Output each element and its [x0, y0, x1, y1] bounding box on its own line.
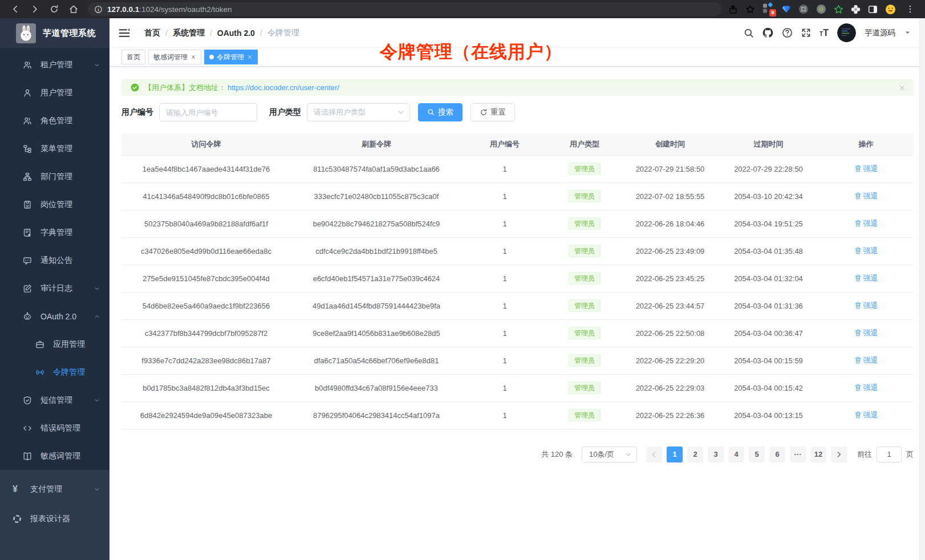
sidebar-item-notice[interactable]: 通知公告	[0, 246, 109, 274]
back-arrow-icon[interactable]	[9, 2, 22, 16]
actions-cell: 强退	[818, 319, 914, 347]
sidebar-item-error-code[interactable]: 错误码管理	[0, 414, 109, 442]
table-row: 502375b8040a469a9b82188afdf6af1fbe90422b…	[121, 210, 914, 237]
page-button-3[interactable]: 3	[708, 447, 724, 462]
tab-令牌管理[interactable]: 令牌管理	[204, 50, 258, 64]
sidebar-item-report-designer[interactable]: 报表设计器	[0, 504, 109, 534]
sidebar-item-oauth2[interactable]: OAuth 2.0	[0, 302, 109, 330]
user-id-cell: 1	[462, 182, 547, 210]
forward-arrow-icon[interactable]	[28, 2, 42, 16]
force-logout-button[interactable]: 强退	[854, 273, 878, 283]
force-logout-button[interactable]: 强退	[854, 301, 878, 311]
report-designer-icon	[13, 514, 22, 524]
avatar[interactable]	[837, 23, 856, 42]
github-icon[interactable]	[762, 27, 773, 38]
reset-button[interactable]: 重置	[470, 103, 515, 121]
sidebar-item-audit-log[interactable]: 审计日志	[0, 274, 109, 302]
user-type-badge: 管理员	[569, 409, 601, 421]
font-size-icon[interactable]: TT	[819, 29, 829, 37]
sidebar-item-label: 角色管理	[40, 116, 72, 126]
force-logout-button[interactable]: 强退	[854, 383, 878, 393]
error-code-icon	[23, 424, 33, 433]
access-token-cell: 1ea5e44f8bc1467aaede43144f31de76	[121, 155, 291, 182]
user-type-cell: 管理员	[547, 347, 622, 374]
url-bar[interactable]: 127.0.0.1:1024/system/oauth2/token	[88, 2, 721, 16]
sidebar-collapse-icon[interactable]	[119, 28, 130, 38]
info-icon[interactable]	[94, 2, 103, 16]
banner-close-icon[interactable]	[899, 84, 906, 91]
force-logout-button[interactable]: 强退	[854, 246, 878, 256]
sidebar-item-dept[interactable]: 部门管理	[0, 163, 109, 190]
browser-menu-icon[interactable]	[903, 2, 917, 16]
reload-icon[interactable]	[47, 2, 61, 16]
breadcrumb-separator: /	[260, 29, 262, 38]
banner-doc-link[interactable]: https://doc.iocoder.cn/user-center/	[228, 83, 339, 92]
app-logo[interactable]: 芋道管理系统	[0, 18, 109, 48]
sidebar-item-oauth2-app[interactable]: 应用管理	[0, 330, 109, 358]
side-panel-icon[interactable]	[868, 5, 878, 14]
force-logout-button[interactable]: 强退	[854, 164, 878, 174]
pinwheel-extension-icon[interactable]	[851, 5, 861, 14]
force-logout-button[interactable]: 强退	[854, 410, 878, 420]
sidebar-item-pay[interactable]: ¥支付管理	[0, 474, 109, 504]
page-button-2[interactable]: 2	[687, 447, 703, 462]
more-pages-button[interactable]: ···	[790, 447, 806, 462]
column-header: 用户编号	[462, 133, 547, 155]
sidebar-item-oauth2-token[interactable]: 令牌管理	[0, 358, 109, 386]
emoji-extension-icon[interactable]	[885, 4, 896, 15]
next-page-button[interactable]	[831, 447, 847, 462]
delete-icon	[854, 329, 862, 336]
page-button-4[interactable]: 4	[728, 447, 744, 462]
force-logout-button[interactable]: 强退	[854, 218, 878, 229]
page-scrollbar[interactable]	[919, 18, 925, 560]
force-logout-button[interactable]: 强退	[854, 355, 878, 366]
sidebar-item-user[interactable]: 用户管理	[0, 79, 109, 107]
tab-首页[interactable]: 首页	[121, 50, 145, 64]
sidebar-item-menu[interactable]: 菜单管理	[0, 135, 109, 163]
sidebar-item-label: 审计日志	[40, 283, 72, 294]
page-size-select[interactable]: 10条/页	[582, 447, 637, 462]
sidebar-item-sensitive-word[interactable]: 敏感词管理	[0, 442, 109, 470]
page-button-5[interactable]: 5	[749, 447, 765, 462]
expires-at-cell: 2054-03-04 00:36:47	[719, 319, 818, 347]
force-logout-button[interactable]: 强退	[854, 191, 878, 201]
help-icon[interactable]	[782, 27, 793, 38]
user-type-select[interactable]: 请选择用户类型	[307, 103, 410, 121]
gem-extension-icon[interactable]	[782, 5, 791, 14]
home-icon[interactable]	[67, 2, 80, 16]
sidebar-item-tenant[interactable]: 租户管理	[0, 51, 109, 79]
fullscreen-icon[interactable]	[801, 28, 811, 38]
prev-page-button[interactable]	[646, 447, 662, 462]
user-id-cell: 1	[462, 155, 547, 182]
bookmark-star-icon[interactable]	[745, 5, 755, 14]
search-icon[interactable]	[744, 28, 754, 38]
breadcrumb-item[interactable]: 系统管理	[173, 28, 205, 38]
tab-close-icon[interactable]	[190, 54, 196, 60]
search-button[interactable]: 搜索	[418, 103, 462, 121]
caret-down-icon[interactable]	[904, 29, 911, 36]
dot-circle-extension-icon[interactable]	[816, 4, 826, 14]
page-button-12[interactable]: 12	[810, 447, 826, 462]
sidebar-item-sms[interactable]: 短信管理	[0, 386, 109, 414]
refresh-token-cell: 333ecfc71e02480cb11055c875c3ca0f	[291, 182, 462, 210]
goto-page-input[interactable]	[877, 447, 902, 462]
sidebar-item-dict[interactable]: 字典管理	[0, 218, 109, 246]
user-name[interactable]: 芋道源码	[865, 28, 895, 38]
green-star-extension-icon[interactable]	[834, 5, 843, 14]
user-type-cell: 管理员	[547, 182, 622, 210]
force-logout-button[interactable]: 强退	[854, 328, 878, 338]
command-circle-extension-icon[interactable]	[798, 4, 809, 14]
extensions-icon[interactable]: 9	[762, 3, 774, 15]
breadcrumb-item[interactable]: OAuth 2.0	[217, 29, 255, 38]
sidebar-item-post[interactable]: 岗位管理	[0, 190, 109, 218]
sidebar-item-role[interactable]: 角色管理	[0, 107, 109, 135]
tab-敏感词管理[interactable]: 敏感词管理	[148, 50, 201, 64]
breadcrumb-item[interactable]: 首页	[144, 28, 160, 38]
dictionary-icon	[23, 228, 33, 237]
tab-close-icon[interactable]	[247, 54, 253, 60]
page-button-6[interactable]: 6	[769, 447, 785, 462]
page-button-1[interactable]: 1	[667, 447, 683, 462]
user-id-input[interactable]	[159, 103, 257, 121]
user-type-badge: 管理员	[569, 382, 601, 394]
share-icon[interactable]	[728, 5, 738, 14]
